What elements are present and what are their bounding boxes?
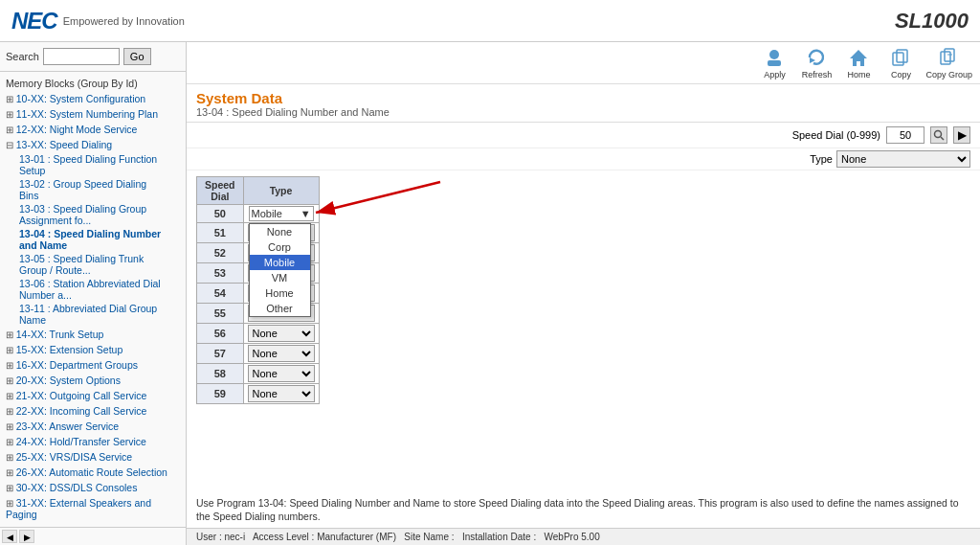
apply-icon <box>763 46 786 69</box>
table-row: 50Mobile▼NoneCorpMobileVMHomeOther <box>197 205 320 223</box>
type-select-row-56[interactable]: NoneCorpMobileVMHomeOther <box>248 325 315 342</box>
page-title: System Data <box>196 90 970 106</box>
table-row: 57NoneCorpMobileVMHomeOther <box>197 344 320 364</box>
dropdown-option-mobile[interactable]: Mobile <box>250 255 310 270</box>
sidebar-item-1301[interactable]: 13-01 : Speed Dialing Function Setup <box>2 152 184 177</box>
sidebar-item-1302[interactable]: 13-02 : Group Speed Dialing Bins <box>2 177 184 202</box>
sidebar-item-1305[interactable]: 13-05 : Speed Dialing Trunk Group / Rout… <box>2 252 184 277</box>
sidebar-item-31xx[interactable]: 31-XX: External Speakers and Paging <box>2 495 184 522</box>
speed-dial-num: 52 <box>197 243 244 263</box>
sidebar-item-10xx[interactable]: 10-XX: System Configuration <box>2 91 184 106</box>
apply-button[interactable]: Apply <box>757 46 791 79</box>
type-cell[interactable]: NoneCorpMobileVMHomeOther <box>243 384 319 404</box>
type-row: Type None Corp Mobile VM Home Other <box>187 148 980 170</box>
svg-marker-2 <box>810 57 815 63</box>
tree-root-label: Memory Blocks (Group By Id) <box>2 76 184 91</box>
sidebar-item-26xx[interactable]: 26-XX: Automatic Route Selection <box>2 465 184 480</box>
sidebar-item-12xx[interactable]: 12-XX: Night Mode Service <box>2 122 184 137</box>
svg-point-0 <box>769 50 779 59</box>
footer: User : nec-i Access Level : Manufacturer… <box>187 528 980 545</box>
dropdown-option-home[interactable]: Home <box>250 285 310 301</box>
sidebar-item-23xx[interactable]: 23-XX: Answer Service <box>2 419 184 434</box>
refresh-button[interactable]: Refresh <box>799 46 834 79</box>
refresh-label: Refresh <box>802 70 833 79</box>
page-subtitle: 13-04 : Speed Dialing Number and Name <box>196 106 970 118</box>
copy-group-label: Copy Group <box>925 70 972 79</box>
sidebar-item-13xx[interactable]: 13-XX: Speed Dialing <box>2 137 184 152</box>
speed-dial-num: 51 <box>197 223 244 243</box>
dropdown-option-corp[interactable]: Corp <box>250 239 310 255</box>
table-body: 50Mobile▼NoneCorpMobileVMHomeOther51None… <box>197 205 320 404</box>
dropdown-option-none[interactable]: None <box>250 224 310 239</box>
speed-dial-next-button[interactable]: ▶ <box>953 126 970 144</box>
search-input[interactable] <box>43 48 120 65</box>
speed-dial-label: Speed Dial (0-999) <box>792 129 880 141</box>
search-bar: Search Go <box>0 42 186 72</box>
svg-point-9 <box>935 131 942 138</box>
nav-left-arrow[interactable]: ◀ <box>2 530 17 543</box>
svg-rect-1 <box>768 60 781 66</box>
home-button[interactable]: Home <box>841 46 876 79</box>
nav-tree: Memory Blocks (Group By Id)10-XX: System… <box>0 72 186 527</box>
copy-icon <box>889 46 912 69</box>
type-cell[interactable]: NoneCorpMobileVMHomeOther <box>243 364 319 384</box>
type-cell[interactable]: NoneCorpMobileVMHomeOther <box>243 344 319 364</box>
type-cell[interactable]: Mobile▼NoneCorpMobileVMHomeOther <box>243 205 319 223</box>
tagline: Empowered by Innovation <box>63 15 185 27</box>
sidebar-item-21xx[interactable]: 21-XX: Outgoing Call Service <box>2 388 184 403</box>
speed-dial-num: 54 <box>197 284 244 304</box>
table-row: 58NoneCorpMobileVMHomeOther <box>197 364 320 384</box>
copy-label: Copy <box>891 70 911 79</box>
svg-line-10 <box>941 137 944 140</box>
speed-dial-num: 58 <box>197 364 244 384</box>
sidebar-item-14xx[interactable]: 14-XX: Trunk Setup <box>2 327 184 342</box>
dropdown-option-vm[interactable]: VM <box>250 270 310 285</box>
copy-button[interactable]: Copy <box>883 46 918 79</box>
type-select-row-57[interactable]: NoneCorpMobileVMHomeOther <box>248 345 315 362</box>
sidebar-item-30xx[interactable]: 30-XX: DSS/DLS Consoles <box>2 480 184 495</box>
footer-site: Site Name : <box>404 532 454 542</box>
footer-version: WebPro 5.00 <box>545 532 600 542</box>
sidebar-item-11xx[interactable]: 11-XX: System Numbering Plan <box>2 106 184 122</box>
sidebar-bottom: ◀ ▶ <box>0 527 186 545</box>
type-cell[interactable]: NoneCorpMobileVMHomeOther <box>243 324 319 344</box>
footer-access: Access Level : Manufacturer (MF) <box>253 532 396 542</box>
col-header-speed-dial: SpeedDial <box>197 177 244 205</box>
footer-install: Installation Date : <box>462 532 536 542</box>
sidebar: Search Go Memory Blocks (Group By Id)10-… <box>0 42 187 545</box>
sidebar-item-25xx[interactable]: 25-XX: VRS/DISA Service <box>2 449 184 465</box>
table-row: 59NoneCorpMobileVMHomeOther <box>197 384 320 404</box>
sidebar-item-1311[interactable]: 13-11 : Abbreviated Dial Group Name <box>2 302 184 327</box>
description-text: Use Program 13-04: Speed Dialing Number … <box>187 492 980 528</box>
sidebar-item-22xx[interactable]: 22-XX: Incoming Call Service <box>2 403 184 419</box>
copy-group-button[interactable]: Copy Group <box>925 46 972 79</box>
dropdown-option-other[interactable]: Other <box>250 301 310 316</box>
sidebar-item-20xx[interactable]: 20-XX: System Options <box>2 373 184 388</box>
sidebar-item-16xx[interactable]: 16-XX: Department Groups <box>2 357 184 373</box>
speed-dial-num: 57 <box>197 344 244 364</box>
sidebar-item-1304[interactable]: 13-04 : Speed Dialing Number and Name <box>2 227 184 252</box>
toolbar: Apply Refresh Home <box>187 42 980 84</box>
nav-right-arrow[interactable]: ▶ <box>19 530 34 543</box>
copy-group-icon <box>938 46 961 69</box>
type-select-row-59[interactable]: NoneCorpMobileVMHomeOther <box>248 385 315 402</box>
footer-user: User : nec-i <box>196 532 245 542</box>
go-button[interactable]: Go <box>123 48 151 65</box>
sidebar-item-15xx[interactable]: 15-XX: Extension Setup <box>2 342 184 357</box>
speed-dial-input[interactable] <box>886 126 924 144</box>
table-row: 56NoneCorpMobileVMHomeOther <box>197 324 320 344</box>
speed-dial-table: SpeedDial Type 50Mobile▼NoneCorpMobileVM… <box>196 176 320 404</box>
nec-logo: NEC <box>11 8 57 34</box>
type-filter-select[interactable]: None Corp Mobile VM Home Other <box>836 150 970 168</box>
sidebar-item-1306[interactable]: 13-06 : Station Abbreviated Dial Number … <box>2 277 184 302</box>
search-label: Search <box>6 51 39 62</box>
speed-dial-search-button[interactable] <box>930 126 947 144</box>
sidebar-item-1303[interactable]: 13-03 : Speed Dialing Group Assignment f… <box>2 202 184 227</box>
speed-dial-num: 50 <box>197 205 244 223</box>
home-icon <box>847 46 870 69</box>
sidebar-item-24xx[interactable]: 24-XX: Hold/Transfer Service <box>2 434 184 449</box>
type-select-row-58[interactable]: NoneCorpMobileVMHomeOther <box>248 365 315 382</box>
page-header: System Data 13-04 : Speed Dialing Number… <box>187 84 980 123</box>
refresh-icon <box>805 46 828 69</box>
product-name: SL1000 <box>895 9 969 34</box>
